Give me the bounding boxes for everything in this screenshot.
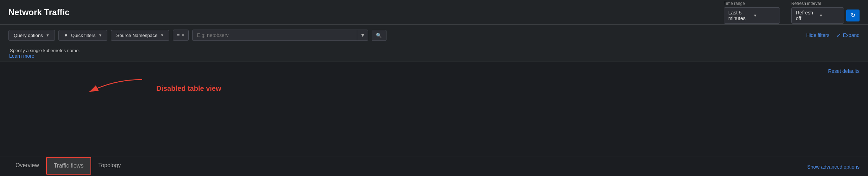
- source-namespace-chevron-icon: ▼: [160, 33, 164, 37]
- show-advanced-label: Show advanced options: [807, 164, 860, 170]
- filter-bar: Query options ▼ ▼ Quick filters ▼ Source…: [0, 25, 868, 62]
- tab-overview[interactable]: Overview: [8, 157, 46, 175]
- time-range-chevron-icon: ▼: [753, 13, 775, 18]
- filter-hint-area: Specify a single kubernetes name. Learn …: [8, 46, 80, 59]
- top-bar: Network Traffic Time range Last 5 minute…: [0, 0, 868, 25]
- search-input[interactable]: [193, 30, 357, 40]
- learn-more-link[interactable]: Learn more: [9, 53, 34, 59]
- search-icon: 🔍: [376, 33, 382, 38]
- disabled-arrow-icon: [44, 76, 156, 97]
- expand-label: Expand: [843, 32, 860, 38]
- equals-chevron-icon: ▼: [181, 33, 185, 37]
- refresh-row: Refresh off ▼ ↻: [791, 7, 860, 24]
- expand-button[interactable]: ⤢ Expand: [837, 32, 860, 38]
- search-input-chevron-icon[interactable]: ▼: [357, 30, 368, 40]
- query-options-button[interactable]: Query options ▼: [8, 30, 55, 41]
- filter-icon: ▼: [64, 33, 68, 38]
- refresh-button[interactable]: ↻: [846, 10, 860, 21]
- query-options-chevron-icon: ▼: [46, 33, 50, 37]
- time-range-select[interactable]: Last 5 minutes ▼: [724, 7, 780, 24]
- source-namespace-label: Source Namespace: [116, 33, 157, 38]
- hide-filters-label: Hide filters: [806, 32, 829, 38]
- disabled-annotation-label: Disabled table view: [156, 84, 221, 93]
- quick-filters-button[interactable]: ▼ Quick filters ▼: [58, 30, 107, 41]
- hide-filters-button[interactable]: Hide filters: [806, 32, 829, 38]
- refresh-group: Refresh interval Refresh off ▼ ↻: [791, 1, 860, 24]
- tabs-row: Overview Traffic flows Topology Show adv…: [0, 157, 868, 175]
- refresh-select[interactable]: Refresh off ▼: [791, 7, 844, 24]
- query-options-label: Query options: [14, 33, 43, 38]
- tab-traffic-flows[interactable]: Traffic flows: [46, 157, 91, 175]
- time-range-value: Last 5 minutes: [728, 10, 750, 21]
- refresh-interval-label: Refresh interval: [791, 1, 860, 6]
- source-namespace-dropdown[interactable]: Source Namespace ▼: [111, 30, 169, 41]
- time-range-group: Time range Last 5 minutes ▼: [724, 1, 780, 24]
- search-input-wrap: ▼: [192, 30, 368, 41]
- expand-icon: ⤢: [837, 32, 841, 38]
- show-advanced-button[interactable]: Show advanced options: [807, 159, 860, 175]
- reset-defaults-row: Reset defaults: [8, 62, 860, 76]
- reset-defaults-button[interactable]: Reset defaults: [828, 68, 860, 74]
- hint-text: Specify a single kubernetes name.: [9, 48, 80, 53]
- equals-label: =: [177, 32, 180, 38]
- refresh-icon: ↻: [851, 12, 855, 19]
- search-button[interactable]: 🔍: [372, 30, 386, 41]
- main-area: Reset defaults Disabled table view Overv…: [0, 62, 868, 175]
- refresh-chevron-icon: ▼: [819, 13, 839, 18]
- time-range-label: Time range: [724, 1, 780, 6]
- app-title: Network Traffic: [8, 7, 69, 17]
- filter-bar-row: Query options ▼ ▼ Quick filters ▼ Source…: [8, 30, 860, 41]
- equals-dropdown[interactable]: = ▼: [173, 30, 189, 41]
- filter-actions: Hide filters ⤢ Expand: [806, 32, 860, 38]
- tab-topology[interactable]: Topology: [91, 157, 128, 175]
- refresh-off-value: Refresh off: [796, 10, 816, 21]
- quick-filters-chevron-icon: ▼: [98, 33, 102, 37]
- reset-defaults-label: Reset defaults: [828, 68, 860, 74]
- quick-filters-label: Quick filters: [71, 33, 96, 38]
